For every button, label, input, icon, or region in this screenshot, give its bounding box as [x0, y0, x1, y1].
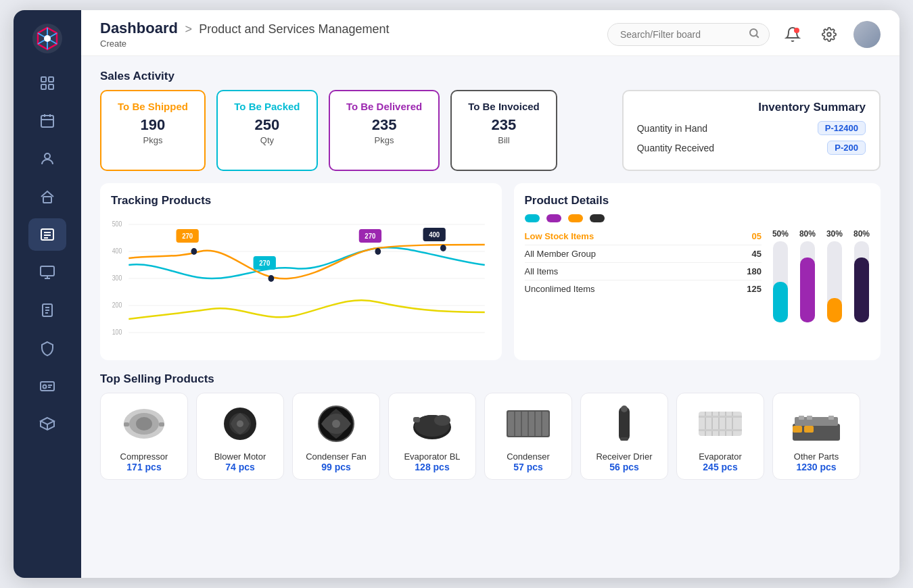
product-card-evaporator-bl[interactable]: Evaporator BL 128 pcs	[388, 393, 476, 480]
product-qty-condenser-fan: 99 pcs	[300, 462, 373, 472]
svg-text:270: 270	[365, 232, 375, 240]
product-card-other[interactable]: Other Parts 1230 pcs	[772, 393, 860, 480]
card-invoiced-num: 235	[468, 116, 540, 134]
sidebar-item-list[interactable]	[28, 218, 66, 251]
bar-track-80b	[854, 241, 869, 322]
sidebar-item-monitor[interactable]	[28, 256, 66, 289]
settings-button[interactable]	[817, 22, 841, 47]
app-logo[interactable]	[31, 22, 64, 55]
product-card-condenser-fan[interactable]: Condenser Fan 99 pcs	[292, 393, 380, 480]
product-img-condenser-fan	[306, 400, 367, 447]
search-input[interactable]	[607, 23, 770, 46]
svg-rect-84	[699, 416, 742, 418]
bar-col-80a: 80%	[799, 220, 816, 322]
product-img-condenser	[498, 400, 559, 447]
svg-point-76	[621, 406, 628, 412]
inv-label-received: Quantity Received	[637, 143, 714, 153]
pd-row-unconf: Unconlimed Items 125	[525, 280, 762, 297]
sidebar-item-dashboard[interactable]	[28, 67, 66, 99]
sidebar-item-users[interactable]	[28, 143, 66, 175]
pd-val-unconf: 125	[747, 284, 762, 294]
tracking-section: Tracking Products 500 400 300 200 100	[100, 183, 502, 360]
svg-rect-11	[43, 197, 51, 203]
sidebar-item-shield[interactable]	[28, 332, 66, 364]
pd-val-items: 180	[747, 266, 762, 276]
sales-activity-cards: To Be Shipped 190 Pkgs To Be Packed 250 …	[100, 90, 881, 171]
card-delivered[interactable]: To Be Delivered 235 Pkgs	[329, 90, 440, 171]
sidebar	[14, 10, 81, 578]
pd-row-items: All Items 180	[525, 263, 762, 280]
card-shipped-unit: Pkgs	[118, 135, 188, 145]
bar-pct-80a: 80%	[799, 229, 816, 239]
search-container	[607, 23, 770, 46]
product-qty-other: 1230 pcs	[780, 462, 853, 472]
sales-activity-section: Sales Activity To Be Shipped 190 Pkgs To…	[100, 70, 881, 171]
sidebar-item-box[interactable]	[28, 408, 66, 440]
sidebar-item-home[interactable]	[28, 180, 66, 213]
bar-pct-50: 50%	[772, 229, 789, 239]
svg-rect-88	[799, 416, 804, 420]
bar-fill-30	[827, 298, 842, 322]
bar-fill-50	[773, 282, 788, 322]
middle-row: Tracking Products 500 400 300 200 100	[100, 183, 881, 360]
svg-text:100: 100	[112, 328, 122, 336]
pd-rows: Low Stock Items 05 All Member Group 45 A…	[525, 228, 762, 297]
search-icon	[748, 27, 760, 42]
product-name-other: Other Parts	[780, 451, 853, 462]
avatar[interactable]	[853, 21, 881, 48]
svg-point-28	[750, 29, 757, 36]
svg-rect-67	[413, 417, 420, 422]
product-details-section: Product Details	[514, 183, 881, 360]
svg-point-42	[191, 248, 197, 255]
product-name-evaporator-bl: Evaporator BL	[396, 451, 469, 462]
breadcrumb-create[interactable]: Create	[100, 39, 596, 49]
svg-point-30	[794, 28, 799, 33]
svg-text:270: 270	[182, 232, 193, 240]
notifications-button[interactable]	[780, 22, 805, 47]
svg-point-24	[43, 385, 47, 389]
product-card-receiver[interactable]: Receiver Drier 56 pcs	[580, 393, 668, 480]
line-chart: 500 400 300 200 100	[111, 214, 491, 349]
bar-fill-80b	[854, 258, 869, 322]
product-name-condenser-fan: Condenser Fan	[300, 451, 373, 462]
product-card-compressor[interactable]: Compressor 171 pcs	[100, 393, 188, 480]
sidebar-item-clipboard[interactable]	[28, 294, 66, 326]
card-invoiced[interactable]: To Be Invoiced 235 Bill	[450, 90, 557, 171]
pd-val-low: 05	[751, 231, 761, 241]
pd-label-group: All Member Group	[525, 249, 596, 259]
pd-label-low: Low Stock Items	[525, 231, 594, 241]
product-card-condenser[interactable]: Condenser 57 pcs	[484, 393, 572, 480]
svg-rect-2	[41, 77, 46, 82]
product-card-evaporator[interactable]: Evaporator 245 pcs	[676, 393, 764, 480]
svg-rect-5	[49, 84, 53, 89]
svg-point-56	[136, 417, 152, 431]
svg-rect-77	[620, 437, 628, 441]
svg-point-44	[375, 248, 381, 255]
card-packed[interactable]: To Be Packed 250 Qty	[216, 90, 318, 171]
breadcrumb-main: Dashboard	[100, 20, 178, 36]
product-qty-evaporator: 245 pcs	[684, 462, 757, 472]
pd-label-unconf: Unconlimed Items	[525, 284, 595, 294]
sidebar-item-calendar[interactable]	[28, 105, 66, 137]
bar-col-50: 50%	[772, 220, 789, 322]
svg-point-66	[434, 415, 450, 426]
bar-track-80a	[800, 241, 815, 322]
product-name-compressor: Compressor	[108, 451, 181, 462]
card-packed-label: To Be Packed	[234, 101, 300, 112]
card-shipped[interactable]: To Be Shipped 190 Pkgs	[100, 90, 206, 171]
header: Dashboard > Product and Services Managem…	[81, 10, 899, 56]
svg-point-1	[44, 35, 51, 42]
inv-badge-received: P-200	[827, 141, 866, 155]
svg-point-10	[45, 153, 50, 159]
card-packed-unit: Qty	[234, 135, 300, 145]
sidebar-item-idcard[interactable]	[28, 370, 66, 402]
svg-rect-92	[804, 426, 814, 433]
card-invoiced-unit: Bill	[468, 135, 540, 145]
pd-row-group: All Member Group 45	[525, 245, 762, 263]
svg-line-29	[756, 35, 758, 37]
pd-label-items: All Items	[525, 266, 559, 276]
svg-rect-90	[828, 416, 834, 420]
product-card-blower[interactable]: Blower Motor 74 pcs	[196, 393, 284, 480]
card-shipped-label: To Be Shipped	[118, 101, 188, 112]
svg-text:500: 500	[112, 220, 122, 228]
